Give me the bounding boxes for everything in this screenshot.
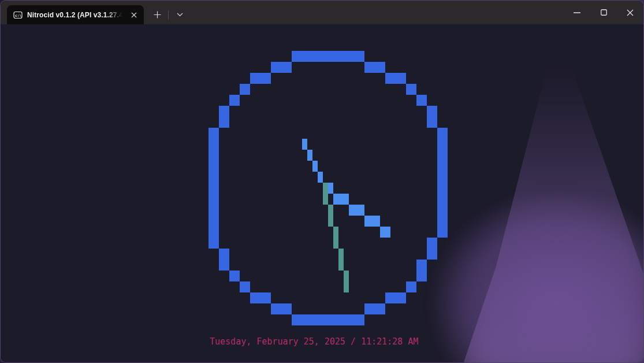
clock-border-block (385, 292, 406, 303)
hour-hand-block (307, 150, 312, 161)
minute-hand-block (380, 227, 390, 238)
clock-border-block (229, 95, 240, 106)
hour-hand-block (318, 172, 323, 183)
clock-border-block (364, 303, 385, 314)
second-hand-block (328, 205, 333, 227)
close-icon (131, 12, 137, 18)
tab-title: Nitrocid v0.1.2 (API v3.1.27.48 (27, 11, 124, 19)
second-hand-block (344, 271, 349, 292)
clock-border-block (427, 238, 437, 260)
tab-active[interactable]: c:\ Nitrocid v0.1.2 (API v3.1.27.48 (7, 5, 144, 24)
clock-border-block (271, 62, 292, 73)
clock-border-block (364, 62, 385, 73)
maximize-icon (601, 9, 607, 16)
plus-icon (154, 11, 161, 18)
clock-border-block (292, 51, 364, 62)
tabbar-separator (168, 10, 169, 20)
clock-border-block (271, 303, 292, 314)
second-hand-block (338, 249, 344, 271)
terminal-window: c:\ Nitrocid v0.1.2 (API v3.1.27.48 (0, 0, 644, 363)
clock-border-block (219, 249, 229, 271)
clock-border-block (416, 260, 427, 281)
close-button[interactable] (617, 1, 643, 24)
clock-border-block (240, 281, 250, 292)
minimize-button[interactable] (564, 1, 590, 24)
hour-hand-block (302, 139, 307, 150)
minute-hand-block (364, 216, 380, 227)
clock-border-block (250, 292, 271, 303)
clock-border-block (406, 84, 416, 95)
second-hand-block (333, 227, 338, 249)
command-prompt-icon: c:\ (13, 10, 23, 20)
titlebar: c:\ Nitrocid v0.1.2 (API v3.1.27.48 (1, 1, 643, 24)
minute-hand-block (349, 205, 364, 216)
clock-border-block (240, 84, 250, 95)
close-icon (627, 9, 634, 16)
clock-border-block (416, 95, 427, 106)
minute-hand-block (328, 183, 333, 194)
second-hand-block (323, 183, 328, 205)
clock-border-block (385, 73, 406, 84)
tab-close-button[interactable] (129, 10, 139, 20)
minimize-icon (574, 12, 580, 13)
clock-border-block (229, 271, 240, 281)
new-tab-button[interactable] (148, 6, 166, 23)
analog-clock (1, 24, 643, 362)
maximize-button[interactable] (590, 1, 617, 24)
hour-hand-block (312, 161, 318, 172)
clock-border-block (437, 128, 448, 238)
command-prompt-icon-text: c:\ (15, 13, 21, 17)
clock-border-block (209, 128, 219, 249)
minute-hand-block (333, 194, 349, 205)
terminal-screen[interactable]: Tuesday, February 25, 2025 / 11:21:28 AM (1, 24, 643, 362)
chevron-down-icon (177, 13, 183, 17)
clock-border-block (250, 73, 271, 84)
clock-border-block (427, 106, 437, 128)
clock-border-block (219, 106, 229, 128)
clock-date-line: Tuesday, February 25, 2025 / 11:21:28 AM (210, 336, 418, 347)
clock-border-block (292, 314, 364, 325)
clock-border-block (406, 281, 416, 292)
tab-dropdown-button[interactable] (171, 6, 188, 23)
